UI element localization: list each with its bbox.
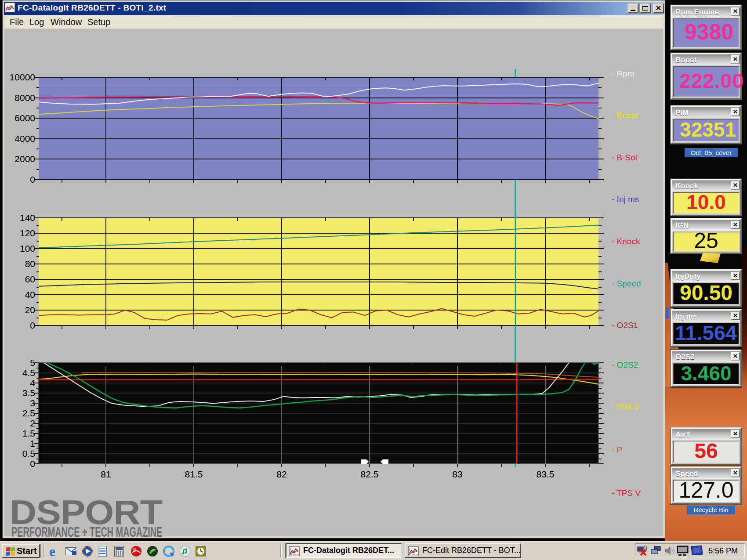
svg-text:3.5: 3.5 (22, 388, 35, 398)
svg-text:80: 80 (25, 259, 35, 269)
svg-text:120: 120 (20, 228, 35, 238)
svg-text:- Speed: - Speed (612, 279, 641, 288)
svg-text:82.5: 82.5 (361, 469, 379, 479)
svg-text:1: 1 (30, 438, 35, 448)
svg-text:10000: 10000 (10, 72, 35, 82)
svg-text:2000: 2000 (15, 154, 35, 164)
svg-text:81.5: 81.5 (185, 469, 203, 479)
svg-text:- O2S2: - O2S2 (612, 360, 638, 369)
svg-text:60: 60 (25, 274, 35, 284)
svg-text:- Rpm: - Rpm (612, 69, 635, 78)
svg-text:- Inj ms: - Inj ms (612, 195, 639, 204)
svg-text:0: 0 (30, 174, 35, 184)
svg-text:1.5: 1.5 (22, 428, 35, 438)
svg-text:0.5: 0.5 (22, 448, 35, 459)
svg-text:83: 83 (452, 469, 462, 479)
svg-text:83.5: 83.5 (537, 469, 555, 479)
svg-text:0: 0 (30, 459, 35, 469)
svg-text:20: 20 (25, 305, 35, 315)
svg-text:- O2S1: - O2S1 (612, 321, 638, 330)
svg-text:- Knock: - Knock (612, 237, 640, 246)
svg-text:100: 100 (20, 243, 35, 253)
svg-text:40: 40 (25, 289, 35, 300)
svg-text:- PIM V: - PIM V (612, 402, 640, 411)
svg-text:2.5: 2.5 (22, 408, 35, 418)
svg-text:- P: - P (612, 445, 622, 454)
svg-text:0: 0 (30, 320, 35, 330)
svg-text:4: 4 (30, 378, 35, 388)
svg-text:- Boost: - Boost (612, 111, 638, 120)
svg-text:6000: 6000 (15, 113, 35, 123)
svg-text:4000: 4000 (15, 134, 35, 144)
svg-text:4.5: 4.5 (22, 368, 35, 378)
svg-text:140: 140 (20, 213, 35, 223)
svg-text:2: 2 (30, 418, 35, 428)
svg-text:3: 3 (30, 398, 35, 408)
svg-text:- TPS V: - TPS V (612, 488, 641, 498)
svg-text:- B-Sol: - B-Sol (612, 153, 637, 162)
svg-text:5: 5 (30, 358, 35, 368)
svg-text:8000: 8000 (15, 93, 35, 103)
svg-text:82: 82 (276, 469, 286, 479)
svg-text:81: 81 (101, 469, 111, 479)
